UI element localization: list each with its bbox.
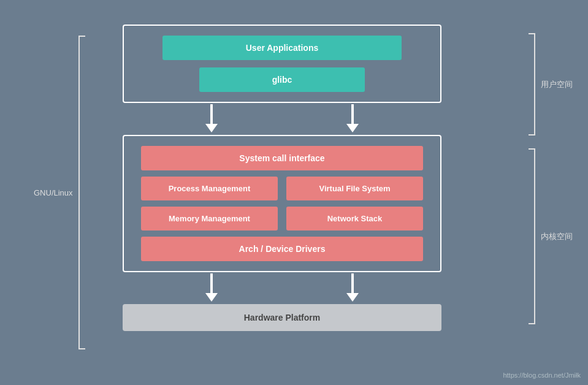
- right-bracket-kernel-icon: [526, 146, 537, 327]
- kernel-space-label: 内核空间: [541, 231, 573, 242]
- arrow-down-right: [346, 104, 359, 132]
- left-bracket-icon: [77, 33, 88, 352]
- user-space-label: 用户空间: [541, 79, 573, 90]
- arrow-down-hw-left: [205, 273, 218, 302]
- user-space-box: User Applications glibc: [123, 25, 441, 103]
- process-management-block: Process Management: [141, 177, 278, 200]
- gnu-linux-label: GNU/Linux: [34, 33, 88, 352]
- network-stack-block: Network Stack: [286, 207, 423, 231]
- arrow-down-hw-right: [346, 273, 359, 302]
- user-applications-block: User Applications: [162, 36, 402, 60]
- watermark: https://blog.csdn.net/Jmiłk: [503, 372, 581, 379]
- kernel-space-box: System call interface Process Management…: [123, 135, 441, 272]
- hardware-platform-block: Hardware Platform: [123, 304, 441, 331]
- glibc-block: glibc: [199, 67, 365, 92]
- arch-device-drivers-block: Arch / Device Drivers: [141, 237, 423, 261]
- user-space-bracket: 用户空间: [526, 31, 573, 138]
- syscall-block: System call interface: [141, 146, 423, 170]
- virtual-file-system-block: Virtual File System: [286, 177, 423, 200]
- kernel-space-bracket: 内核空间: [526, 146, 573, 327]
- memory-management-block: Memory Management: [141, 207, 278, 231]
- arrow-down-left: [205, 104, 218, 132]
- right-bracket-user-icon: [526, 31, 537, 138]
